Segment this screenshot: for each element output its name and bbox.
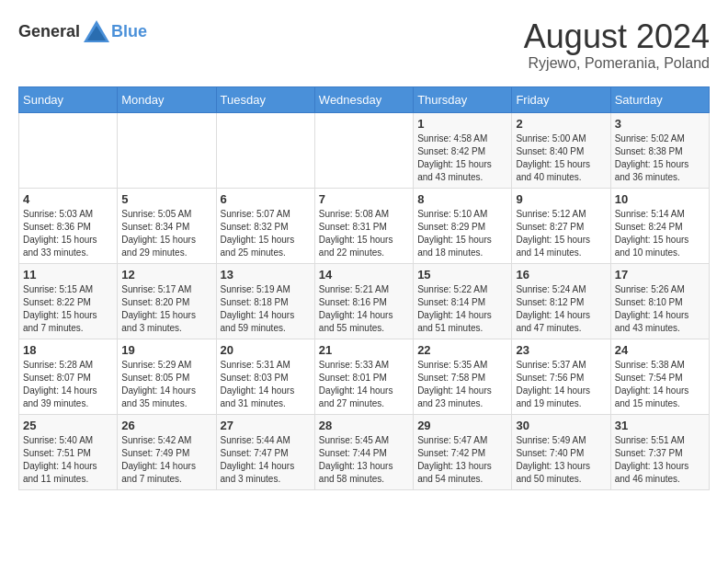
day-number: 17 <box>615 268 705 282</box>
calendar-cell: 24Sunrise: 5:38 AM Sunset: 7:54 PM Dayli… <box>610 339 709 414</box>
calendar-cell: 3Sunrise: 5:02 AM Sunset: 8:38 PM Daylig… <box>610 112 709 188</box>
calendar-cell <box>216 112 314 188</box>
calendar-cell: 23Sunrise: 5:37 AM Sunset: 7:56 PM Dayli… <box>512 339 610 414</box>
day-detail: Sunrise: 5:08 AM Sunset: 8:31 PM Dayligh… <box>319 208 409 259</box>
day-number: 31 <box>615 419 705 432</box>
day-number: 3 <box>615 117 705 131</box>
day-detail: Sunrise: 5:17 AM Sunset: 8:20 PM Dayligh… <box>121 283 211 335</box>
calendar-cell: 7Sunrise: 5:08 AM Sunset: 8:31 PM Daylig… <box>314 188 413 263</box>
weekday-header: Sunday <box>19 86 118 112</box>
day-number: 26 <box>121 419 211 432</box>
logo-blue: Blue <box>111 22 147 41</box>
day-number: 28 <box>319 419 409 432</box>
day-detail: Sunrise: 5:29 AM Sunset: 8:05 PM Dayligh… <box>121 359 211 410</box>
day-number: 30 <box>516 419 606 432</box>
day-detail: Sunrise: 5:24 AM Sunset: 8:12 PM Dayligh… <box>516 283 606 335</box>
day-number: 9 <box>516 192 606 206</box>
day-number: 4 <box>23 192 113 206</box>
day-number: 15 <box>417 268 507 282</box>
day-number: 20 <box>221 343 311 357</box>
day-number: 19 <box>121 343 211 357</box>
logo-general: General <box>18 22 80 41</box>
day-detail: Sunrise: 5:21 AM Sunset: 8:16 PM Dayligh… <box>319 283 409 335</box>
day-detail: Sunrise: 5:07 AM Sunset: 8:32 PM Dayligh… <box>221 208 311 259</box>
calendar-week-row: 18Sunrise: 5:28 AM Sunset: 8:07 PM Dayli… <box>19 339 710 414</box>
day-detail: Sunrise: 5:05 AM Sunset: 8:34 PM Dayligh… <box>121 208 211 259</box>
calendar-cell: 29Sunrise: 5:47 AM Sunset: 7:42 PM Dayli… <box>414 414 512 489</box>
calendar-week-row: 4Sunrise: 5:03 AM Sunset: 8:36 PM Daylig… <box>19 188 710 263</box>
day-detail: Sunrise: 4:58 AM Sunset: 8:42 PM Dayligh… <box>417 132 507 184</box>
calendar-cell: 10Sunrise: 5:14 AM Sunset: 8:24 PM Dayli… <box>610 188 709 263</box>
calendar-cell <box>118 112 216 188</box>
calendar-cell: 4Sunrise: 5:03 AM Sunset: 8:36 PM Daylig… <box>19 188 118 263</box>
day-number: 2 <box>516 117 606 131</box>
weekday-header: Thursday <box>414 86 512 112</box>
calendar-cell: 17Sunrise: 5:26 AM Sunset: 8:10 PM Dayli… <box>610 263 709 339</box>
weekday-header-row: SundayMondayTuesdayWednesdayThursdayFrid… <box>19 86 710 112</box>
calendar-cell: 5Sunrise: 5:05 AM Sunset: 8:34 PM Daylig… <box>118 188 216 263</box>
calendar-cell <box>314 112 413 188</box>
day-number: 18 <box>23 343 113 357</box>
day-detail: Sunrise: 5:49 AM Sunset: 7:40 PM Dayligh… <box>516 434 606 486</box>
calendar-week-row: 25Sunrise: 5:40 AM Sunset: 7:51 PM Dayli… <box>19 414 710 489</box>
logo: General Blue <box>18 18 147 44</box>
page-title: August 2024 <box>524 18 710 55</box>
day-number: 1 <box>417 117 507 131</box>
day-detail: Sunrise: 5:42 AM Sunset: 7:49 PM Dayligh… <box>121 434 211 486</box>
calendar-cell: 27Sunrise: 5:44 AM Sunset: 7:47 PM Dayli… <box>216 414 314 489</box>
day-number: 21 <box>319 343 409 357</box>
day-number: 16 <box>516 268 606 282</box>
weekday-header: Tuesday <box>216 86 314 112</box>
day-number: 14 <box>319 268 409 282</box>
day-number: 13 <box>221 268 311 282</box>
calendar-cell: 28Sunrise: 5:45 AM Sunset: 7:44 PM Dayli… <box>314 414 413 489</box>
day-detail: Sunrise: 5:47 AM Sunset: 7:42 PM Dayligh… <box>417 434 507 486</box>
calendar-cell: 13Sunrise: 5:19 AM Sunset: 8:18 PM Dayli… <box>216 263 314 339</box>
day-number: 22 <box>417 343 507 357</box>
day-detail: Sunrise: 5:26 AM Sunset: 8:10 PM Dayligh… <box>615 283 705 335</box>
calendar-cell: 22Sunrise: 5:35 AM Sunset: 7:58 PM Dayli… <box>414 339 512 414</box>
page-subtitle: Ryjewo, Pomerania, Poland <box>524 55 710 72</box>
day-detail: Sunrise: 5:31 AM Sunset: 8:03 PM Dayligh… <box>221 359 311 410</box>
day-number: 5 <box>121 192 211 206</box>
day-detail: Sunrise: 5:38 AM Sunset: 7:54 PM Dayligh… <box>615 359 705 410</box>
calendar-cell: 19Sunrise: 5:29 AM Sunset: 8:05 PM Dayli… <box>118 339 216 414</box>
day-number: 6 <box>221 192 311 206</box>
day-detail: Sunrise: 5:44 AM Sunset: 7:47 PM Dayligh… <box>221 434 311 486</box>
calendar-cell: 26Sunrise: 5:42 AM Sunset: 7:49 PM Dayli… <box>118 414 216 489</box>
calendar-cell: 16Sunrise: 5:24 AM Sunset: 8:12 PM Dayli… <box>512 263 610 339</box>
day-number: 12 <box>121 268 211 282</box>
calendar-cell: 1Sunrise: 4:58 AM Sunset: 8:42 PM Daylig… <box>414 112 512 188</box>
day-number: 8 <box>417 192 507 206</box>
calendar-cell: 8Sunrise: 5:10 AM Sunset: 8:29 PM Daylig… <box>414 188 512 263</box>
day-detail: Sunrise: 5:10 AM Sunset: 8:29 PM Dayligh… <box>417 208 507 259</box>
page-header: General Blue August 2024 Ryjewo, Pomeran… <box>18 18 710 72</box>
day-number: 11 <box>23 268 113 282</box>
day-number: 27 <box>221 419 311 432</box>
day-number: 7 <box>319 192 409 206</box>
day-detail: Sunrise: 5:40 AM Sunset: 7:51 PM Dayligh… <box>23 434 113 486</box>
logo-icon <box>82 18 111 44</box>
day-detail: Sunrise: 5:45 AM Sunset: 7:44 PM Dayligh… <box>319 434 409 486</box>
calendar-week-row: 1Sunrise: 4:58 AM Sunset: 8:42 PM Daylig… <box>19 112 710 188</box>
day-number: 10 <box>615 192 705 206</box>
calendar-week-row: 11Sunrise: 5:15 AM Sunset: 8:22 PM Dayli… <box>19 263 710 339</box>
calendar-cell: 18Sunrise: 5:28 AM Sunset: 8:07 PM Dayli… <box>19 339 118 414</box>
day-detail: Sunrise: 5:22 AM Sunset: 8:14 PM Dayligh… <box>417 283 507 335</box>
title-block: August 2024 Ryjewo, Pomerania, Poland <box>524 18 710 72</box>
calendar-cell: 2Sunrise: 5:00 AM Sunset: 8:40 PM Daylig… <box>512 112 610 188</box>
calendar-cell: 20Sunrise: 5:31 AM Sunset: 8:03 PM Dayli… <box>216 339 314 414</box>
calendar-cell: 6Sunrise: 5:07 AM Sunset: 8:32 PM Daylig… <box>216 188 314 263</box>
calendar-table: SundayMondayTuesdayWednesdayThursdayFrid… <box>18 86 710 490</box>
calendar-cell: 11Sunrise: 5:15 AM Sunset: 8:22 PM Dayli… <box>19 263 118 339</box>
day-number: 23 <box>516 343 606 357</box>
calendar-cell: 21Sunrise: 5:33 AM Sunset: 8:01 PM Dayli… <box>314 339 413 414</box>
calendar-cell: 30Sunrise: 5:49 AM Sunset: 7:40 PM Dayli… <box>512 414 610 489</box>
day-detail: Sunrise: 5:35 AM Sunset: 7:58 PM Dayligh… <box>417 359 507 410</box>
day-detail: Sunrise: 5:19 AM Sunset: 8:18 PM Dayligh… <box>221 283 311 335</box>
day-detail: Sunrise: 5:37 AM Sunset: 7:56 PM Dayligh… <box>516 359 606 410</box>
calendar-cell: 31Sunrise: 5:51 AM Sunset: 7:37 PM Dayli… <box>610 414 709 489</box>
day-detail: Sunrise: 5:28 AM Sunset: 8:07 PM Dayligh… <box>23 359 113 410</box>
calendar-cell: 14Sunrise: 5:21 AM Sunset: 8:16 PM Dayli… <box>314 263 413 339</box>
weekday-header: Monday <box>118 86 216 112</box>
